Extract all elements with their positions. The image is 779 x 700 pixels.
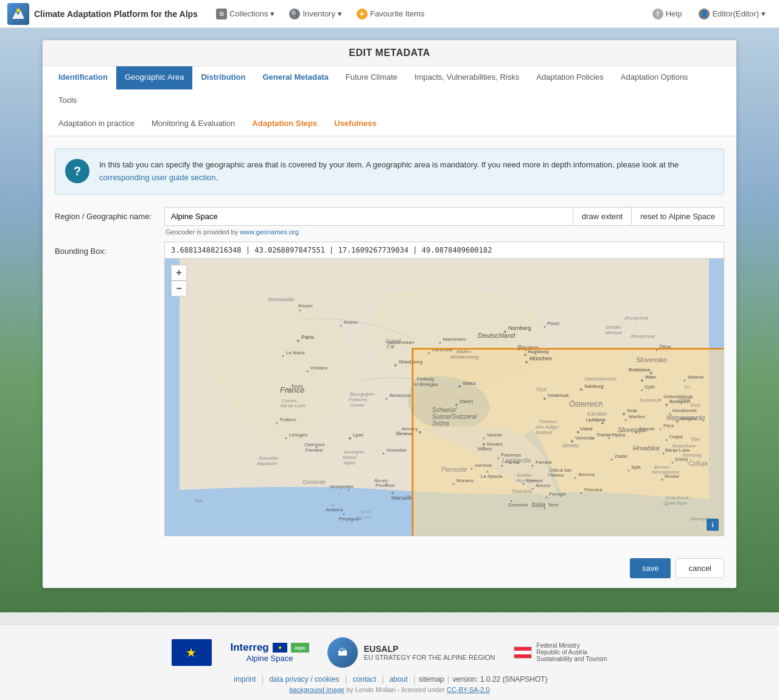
svg-point-93 xyxy=(501,464,503,466)
svg-point-95 xyxy=(498,457,500,459)
svg-text:Provence: Provence xyxy=(376,483,395,488)
cancel-button[interactable]: cancel xyxy=(676,558,724,578)
inventory-label: Inventory xyxy=(302,9,335,18)
brand-logo xyxy=(7,3,29,25)
zoom-in-button[interactable]: + xyxy=(171,265,187,281)
sitemap-link: sitemap xyxy=(419,675,444,684)
map-info-button[interactable]: i xyxy=(707,519,719,531)
collections-icon: ⊞ xyxy=(216,9,227,19)
geocoder-info: Geocoder is provided by www.geonames.org xyxy=(164,228,724,236)
info-text-part1: In this tab you can specify the geograph… xyxy=(99,160,679,169)
svg-text:Normandie: Normandie xyxy=(268,296,295,303)
map-area[interactable]: Paris Strasbourg München xyxy=(165,259,724,536)
inventory-chevron-icon: ▾ xyxy=(338,9,342,18)
help-icon: ? xyxy=(652,9,663,19)
brand-title: Climate Adaptation Platform for the Alps xyxy=(34,9,198,19)
help-button[interactable]: ? Help xyxy=(646,5,688,23)
eusalp-icon: 🏔 xyxy=(327,637,358,668)
svg-point-38 xyxy=(458,385,461,388)
cc-license-link[interactable]: CC-BY-SA-2.0 xyxy=(447,686,490,693)
region-input[interactable] xyxy=(164,207,573,226)
contact-link[interactable]: contact xyxy=(352,675,376,684)
imprint-link[interactable]: imprint xyxy=(234,675,256,684)
svg-text:Szeged: Szeged xyxy=(680,416,696,421)
svg-text:Tirol: Tirol xyxy=(536,387,547,393)
about-link[interactable]: about xyxy=(390,675,408,684)
tab-adaptation-options[interactable]: Adaptation Options xyxy=(612,66,697,89)
svg-text:lux: lux xyxy=(195,497,203,503)
tab-future-climate[interactable]: Future Climate xyxy=(337,66,406,89)
svg-point-91 xyxy=(483,446,485,448)
tab-general-metadata[interactable]: General Metadata xyxy=(254,66,337,89)
svg-text:Ljubljana: Ljubljana xyxy=(586,417,606,422)
editor-button[interactable]: 👤 Editor(Editor) ▾ xyxy=(693,5,772,23)
tab-impacts[interactable]: Impacts, Vulnerabilities, Risks xyxy=(406,66,528,89)
svg-point-6 xyxy=(394,364,397,366)
tab-identification[interactable]: Identification xyxy=(50,66,116,89)
tab-tools[interactable]: Tools xyxy=(50,89,85,113)
tab-adaptation-policies[interactable]: Adaptation Policies xyxy=(528,66,612,89)
svg-text:Zagreb: Zagreb xyxy=(639,426,655,432)
svg-text:Deutschland: Deutschland xyxy=(478,332,515,339)
svg-text:Zadar: Zadar xyxy=(615,453,627,459)
svg-point-85 xyxy=(453,483,455,485)
svg-text:Emilia-: Emilia- xyxy=(517,472,533,478)
tab-monitoring[interactable]: Monitoring & Evaluation xyxy=(143,113,243,136)
svg-point-16 xyxy=(543,397,546,400)
region-input-with-buttons: draw extent reset to Alpine Space xyxy=(164,207,724,226)
svg-text:Mostar: Mostar xyxy=(665,474,680,479)
info-guide-link[interactable]: corresponding user guide section xyxy=(99,173,216,182)
data-privacy-link[interactable]: data privacy / cookies xyxy=(269,675,339,684)
svg-text:Clermont-: Clermont- xyxy=(304,442,326,447)
svg-point-170 xyxy=(439,341,441,343)
collections-nav-item[interactable]: ⊞ Collections ▾ xyxy=(210,5,281,23)
tab-adaptation-steps[interactable]: Adaptation Steps xyxy=(243,113,326,136)
svg-text:Osijek: Osijek xyxy=(669,434,683,439)
help-label: Help xyxy=(666,9,682,18)
inventory-nav-item[interactable]: 🔍 Inventory ▾ xyxy=(283,5,348,23)
zoom-out-button[interactable]: − xyxy=(171,281,187,296)
save-button[interactable]: save xyxy=(630,558,671,578)
tab-geographic-area[interactable]: Geographic Area xyxy=(116,66,193,89)
svg-point-28 xyxy=(650,372,652,374)
tab-distribution[interactable]: Distribution xyxy=(192,66,254,89)
svg-text:Ferrand: Ferrand xyxy=(306,447,323,453)
svg-text:Alto Adige/: Alto Adige/ xyxy=(535,424,559,430)
draw-extent-button[interactable]: draw extent xyxy=(573,207,632,226)
editor-label: Editor(Editor) xyxy=(712,9,759,18)
svg-text:Franche-: Franche- xyxy=(349,397,368,402)
svg-point-12 xyxy=(641,379,643,382)
geonames-link[interactable]: www.geonames.org xyxy=(240,228,299,236)
svg-text:Toscana: Toscana xyxy=(511,488,532,494)
version-text: version: 1.0.22 (SNAPSHOT) xyxy=(453,675,548,684)
svg-point-116 xyxy=(544,507,546,509)
svg-text:Limoges: Limoges xyxy=(289,432,307,438)
bg-image-link[interactable]: background image xyxy=(289,686,344,693)
svg-point-128 xyxy=(625,419,627,421)
action-buttons-row: save cancel xyxy=(43,548,736,588)
svg-point-136 xyxy=(662,478,663,480)
navbar: Climate Adaptation Platform for the Alps… xyxy=(0,0,779,28)
svg-text:Comte: Comte xyxy=(350,402,365,408)
svg-point-144 xyxy=(641,389,643,391)
svg-text:Österreich: Österreich xyxy=(569,400,603,408)
bbox-coords: 3.68813488216348 | 43.0268897847551 | 17… xyxy=(165,242,724,259)
svg-point-106 xyxy=(575,477,576,478)
reset-alpine-space-button[interactable]: reset to Alpine Space xyxy=(632,207,724,226)
page-title: EDIT METADATA xyxy=(43,40,736,66)
svg-text:Tours: Tours xyxy=(291,383,303,389)
map-zoom-controls: + − xyxy=(171,265,187,296)
svg-point-76 xyxy=(383,452,385,454)
svg-text:Střední: Střední xyxy=(606,324,622,330)
svg-point-74 xyxy=(398,431,400,433)
map-container: 3.68813488216348 | 43.0268897847551 | 17… xyxy=(164,242,724,536)
svg-text:Lyon: Lyon xyxy=(353,432,363,438)
favourite-nav-item[interactable]: ★ Favourite Items xyxy=(351,5,431,23)
tab-usefulness[interactable]: Usefulness xyxy=(326,113,385,136)
svg-point-0 xyxy=(16,9,20,12)
eu-flag-logo: ★ xyxy=(172,639,212,666)
svg-point-146 xyxy=(660,399,662,401)
svg-point-181 xyxy=(287,388,289,390)
tab-adaptation-in-practice[interactable]: Adaptation in practice xyxy=(50,113,143,136)
svg-point-142 xyxy=(660,428,662,430)
